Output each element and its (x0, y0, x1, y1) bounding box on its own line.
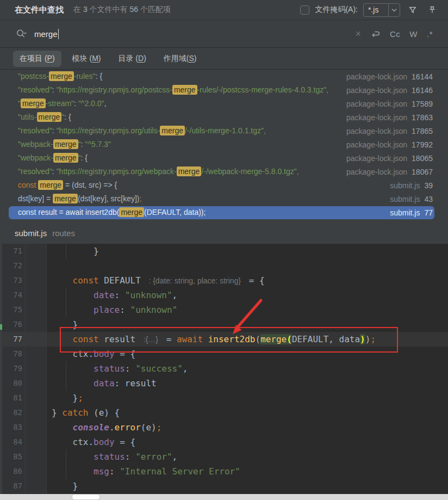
token: (e) { (88, 408, 120, 418)
code-line[interactable]: 73 const DEFAULT : {date: string, place:… (0, 273, 448, 288)
search-options: × Cc W .* (355, 29, 433, 39)
match-highlight: merge (160, 126, 185, 135)
result-line-number: 43 (424, 195, 433, 203)
token: ; (139, 194, 141, 203)
token: (DEFAULT, data)); (144, 208, 206, 217)
code-line[interactable]: 82} catch (e) { (0, 405, 448, 420)
result-row[interactable]: "utils-merge": {package-lock.json17863 (0, 110, 448, 124)
code-line[interactable]: 86 msg: "Internal Server Error" (0, 464, 448, 479)
token: : (52, 167, 57, 176)
result-row[interactable]: "merge-stream": "^2.0.0",package-lock.js… (0, 97, 448, 110)
token: "^5.7.3" (85, 140, 111, 149)
search-icon[interactable] (15, 28, 27, 39)
token: "unknown" (125, 290, 172, 300)
result-row[interactable]: "resolved": "https://registry.npmjs.org/… (0, 124, 448, 138)
file-mask-checkbox[interactable] (300, 5, 309, 15)
result-line-number: 39 (424, 181, 433, 190)
token: : (52, 126, 57, 135)
result-file-name: package-lock.json (346, 72, 407, 81)
search-bar: merge × Cc W .* (0, 20, 448, 48)
result-text: "resolved": "https://registry.npmjs.org/… (18, 124, 339, 138)
token: -stream" (46, 99, 74, 108)
result-row[interactable]: "resolved": "https://registry.npmjs.org/… (0, 83, 448, 97)
result-row[interactable]: "postcss-merge-rules": {package-lock.jso… (0, 70, 448, 83)
tab-p[interactable]: 在项目 (P) (13, 51, 61, 67)
code-text: } (47, 244, 448, 258)
clear-icon[interactable]: × (355, 29, 361, 39)
result-line-number: 16146 (412, 86, 433, 95)
code-line[interactable]: 71 } (0, 244, 448, 258)
result-row[interactable]: "webpack-merge": "^5.7.3"package-lock.js… (0, 138, 448, 151)
token: } (52, 408, 62, 418)
code-line[interactable]: 80 data: result (0, 376, 448, 391)
newline-icon[interactable] (370, 29, 381, 39)
result-row[interactable]: "resolved": "https://registry.npmjs.org/… (0, 165, 448, 178)
token: dst[key] = (18, 194, 53, 203)
code-text: } catch (e) { (47, 405, 448, 420)
code-preview[interactable]: 71 }7273 const DEFAULT : {date: string, … (0, 244, 448, 494)
line-number: 85 (0, 449, 47, 464)
token: = { (115, 437, 136, 447)
result-row[interactable]: const result = await insert2db(merge(DEF… (0, 206, 448, 219)
result-line-number: 16144 (412, 72, 433, 81)
result-file-name: package-lock.json (346, 154, 407, 163)
search-query-text: merge (34, 29, 58, 39)
filter-icon[interactable] (406, 3, 420, 17)
code-text (47, 258, 448, 273)
token: "utils- (18, 113, 37, 121)
result-row[interactable]: "webpack-merge": {package-lock.json18065 (0, 151, 448, 165)
file-mask-label: 文件掩码(A): (315, 5, 358, 15)
stats-part: 56 (129, 5, 138, 14)
code-line[interactable]: 85 status: "error", (0, 449, 448, 464)
result-file-name: submit.js (390, 181, 420, 190)
token: ; (78, 393, 83, 403)
result-text: "webpack-merge": { (18, 151, 339, 165)
code-line[interactable]: 72 (0, 258, 448, 273)
token: "postcss- (18, 72, 49, 81)
pin-icon[interactable] (425, 3, 439, 17)
code-text: data: result (47, 376, 448, 391)
token: : (125, 452, 135, 462)
file-name: submit.js (15, 229, 47, 238)
match-highlight: merge (53, 153, 78, 163)
token: , (104, 99, 107, 108)
token: status (94, 363, 125, 374)
result-file-label: submit.js77 (390, 208, 433, 217)
code-line[interactable]: 83 console.error(e); (0, 420, 448, 435)
words-toggle[interactable]: W (409, 29, 418, 39)
token: const (18, 181, 38, 189)
match-stats: 在 3 个文件中有 56 个匹配项 (73, 5, 171, 15)
tab-d[interactable]: 目录 (D) (111, 51, 152, 67)
match-highlight: merge (172, 85, 197, 95)
result-row[interactable]: const merge = (dst, src) => {submit.js39 (0, 178, 448, 192)
code-line[interactable]: 84 ctx.body = { (0, 435, 448, 449)
stats-part: 个匹配项 (138, 5, 171, 14)
token: "Internal Server Error" (120, 466, 240, 477)
line-number: 71 (0, 244, 47, 258)
code-text: }; (47, 391, 448, 405)
find-in-files-dialog: 在文件中查找 在 3 个文件中有 56 个匹配项 文件掩码(A): *.js (0, 0, 448, 500)
tab-m[interactable]: 模块 (M) (66, 51, 108, 67)
result-file-label: package-lock.json18067 (346, 168, 433, 176)
code-line[interactable]: 87 } (0, 479, 448, 493)
code-line[interactable]: 79 status: "success", (0, 361, 448, 376)
regex-toggle[interactable]: .* (427, 29, 433, 39)
token: "success" (135, 363, 183, 374)
chevron-down-icon[interactable] (389, 8, 400, 12)
token: } (52, 393, 78, 403)
search-input[interactable]: merge (34, 29, 355, 39)
code-text: } (47, 479, 448, 493)
match-case-toggle[interactable]: Cc (390, 29, 400, 39)
stats-part: 3 (83, 5, 88, 14)
result-file-name: submit.js (390, 195, 420, 203)
token: : (115, 378, 125, 388)
token: -rules" (74, 72, 96, 81)
result-row[interactable]: dst[key] = merge(dst[key], src[key]);sub… (0, 192, 448, 206)
code-line[interactable]: 81 }; (0, 391, 448, 405)
file-mask-dropdown[interactable]: *.js (363, 3, 400, 17)
line-number: 84 (0, 435, 47, 449)
editor-left-edge (0, 244, 2, 494)
line-number: 77 (0, 332, 47, 347)
tab-s[interactable]: 作用域(S) (157, 51, 203, 67)
token: "https://registry.npmjs.org/utils- (57, 126, 160, 135)
